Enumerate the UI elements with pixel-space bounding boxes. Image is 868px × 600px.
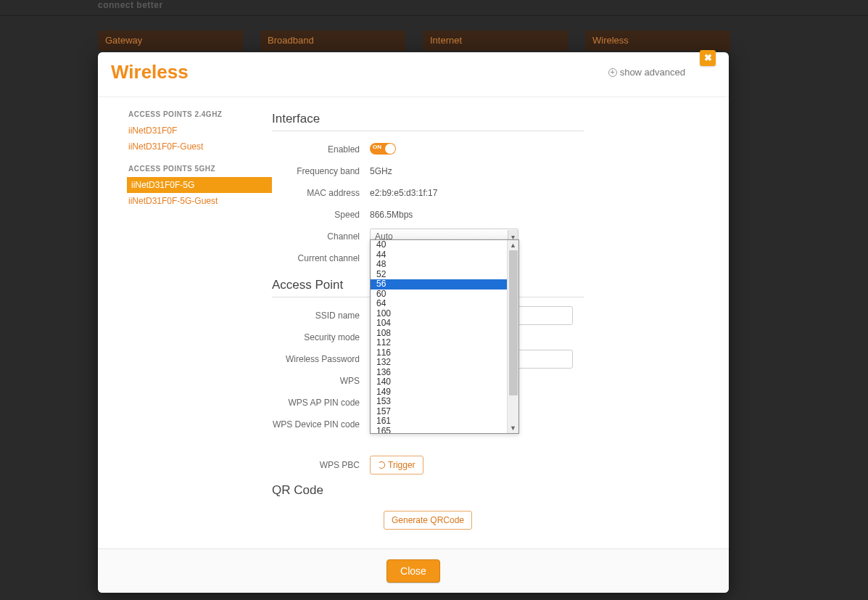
modal-backdrop: ✖ Wireless + show advanced ACCESS POINTS… bbox=[0, 0, 868, 600]
refresh-icon bbox=[378, 461, 385, 469]
modal-title: Wireless bbox=[111, 61, 189, 83]
label-wps-pbc: WPS PBC bbox=[272, 460, 370, 470]
channel-option-165[interactable]: 165 bbox=[371, 427, 507, 434]
channel-option-52[interactable]: 52 bbox=[371, 270, 507, 280]
channel-dropdown: 4044485256606410010410811211613213614014… bbox=[370, 239, 519, 434]
label-wps: WPS bbox=[272, 376, 370, 386]
plus-icon: + bbox=[608, 68, 617, 77]
channel-option-112[interactable]: 112 bbox=[371, 338, 507, 348]
label-enabled: Enabled bbox=[272, 144, 370, 155]
sidebar: ACCESS POINTS 2.4GHZ iiNetD31F0F iiNetD3… bbox=[98, 97, 272, 548]
scroll-up-icon: ▲ bbox=[508, 240, 518, 250]
label-frequency: Frequency band bbox=[272, 166, 370, 176]
section-qr-title: QR Code bbox=[272, 483, 584, 502]
channel-option-56[interactable]: 56 bbox=[371, 279, 507, 289]
channel-option-136[interactable]: 136 bbox=[371, 368, 507, 378]
toggle-on-label: ON bbox=[373, 144, 381, 150]
scroll-down-icon: ▼ bbox=[508, 423, 518, 433]
sidebar-group-24ghz: ACCESS POINTS 2.4GHZ iiNetD31F0F iiNetD3… bbox=[128, 110, 272, 155]
page-root: connect better Gateway Broadband Interne… bbox=[0, 0, 868, 600]
channel-option-100[interactable]: 100 bbox=[371, 309, 507, 319]
show-advanced-toggle[interactable]: + show advanced bbox=[608, 67, 714, 78]
sidebar-item-iinetd31f0f-5g-guest[interactable]: iiNetD31F0F-5G-Guest bbox=[127, 193, 272, 209]
content-area: Interface Enabled ON Frequency band 5GHz bbox=[272, 97, 729, 548]
channel-option-104[interactable]: 104 bbox=[371, 319, 507, 329]
channel-option-116[interactable]: 116 bbox=[371, 348, 507, 358]
label-ssid: SSID name bbox=[272, 311, 370, 321]
scrollbar-thumb[interactable] bbox=[509, 250, 518, 395]
label-wps-ap-pin: WPS AP PIN code bbox=[272, 398, 370, 408]
dropdown-scrollbar[interactable]: ▲ ▼ bbox=[507, 240, 518, 433]
channel-option-60[interactable]: 60 bbox=[371, 289, 507, 300]
sidebar-item-iinetd31f0f-guest[interactable]: iiNetD31F0F-Guest bbox=[127, 139, 272, 155]
label-security: Security mode bbox=[272, 332, 370, 342]
show-advanced-label: show advanced bbox=[620, 67, 685, 78]
channel-option-149[interactable]: 149 bbox=[371, 387, 507, 398]
channel-option-40[interactable]: 40 bbox=[371, 240, 507, 250]
channel-option-157[interactable]: 157 bbox=[371, 407, 507, 417]
value-mac: e2:b9:e5:d3:1f:17 bbox=[370, 188, 693, 198]
channel-option-108[interactable]: 108 bbox=[371, 329, 507, 339]
label-wps-device-pin: WPS Device PIN code bbox=[272, 419, 370, 430]
value-speed: 866.5Mbps bbox=[370, 210, 693, 220]
label-current-channel: Current channel bbox=[272, 253, 370, 263]
enabled-toggle[interactable]: ON bbox=[370, 143, 396, 155]
sidebar-group-title-24ghz: ACCESS POINTS 2.4GHZ bbox=[128, 110, 272, 118]
label-password: Wireless Password bbox=[272, 354, 370, 364]
label-mac: MAC address bbox=[272, 188, 370, 198]
modal-footer: Close bbox=[98, 548, 729, 593]
sidebar-group-title-5ghz: ACCESS POINTS 5GHZ bbox=[128, 165, 272, 173]
label-channel: Channel bbox=[272, 231, 370, 242]
channel-option-44[interactable]: 44 bbox=[371, 250, 507, 260]
trigger-button[interactable]: Trigger bbox=[370, 456, 423, 474]
channel-option-64[interactable]: 64 bbox=[371, 299, 507, 309]
channel-option-48[interactable]: 48 bbox=[371, 260, 507, 270]
channel-option-161[interactable]: 161 bbox=[371, 416, 507, 427]
channel-option-132[interactable]: 132 bbox=[371, 358, 507, 368]
value-frequency: 5GHz bbox=[370, 166, 693, 176]
modal-close-button[interactable]: ✖ bbox=[700, 50, 716, 66]
sidebar-item-iinetd31f0f[interactable]: iiNetD31F0F bbox=[127, 123, 272, 139]
modal-header: Wireless + show advanced bbox=[98, 52, 729, 97]
generate-qrcode-button[interactable]: Generate QRCode bbox=[384, 511, 472, 530]
sidebar-item-iinetd31f0f-5g[interactable]: iiNetD31F0F-5G bbox=[127, 177, 272, 193]
close-icon: ✖ bbox=[704, 52, 712, 63]
generate-qrcode-label: Generate QRCode bbox=[392, 515, 464, 525]
trigger-label: Trigger bbox=[388, 460, 416, 470]
channel-option-153[interactable]: 153 bbox=[371, 397, 507, 407]
modal-body: ACCESS POINTS 2.4GHZ iiNetD31F0F iiNetD3… bbox=[98, 97, 729, 548]
sidebar-group-5ghz: ACCESS POINTS 5GHZ iiNetD31F0F-5G iiNetD… bbox=[128, 165, 272, 209]
label-speed: Speed bbox=[272, 210, 370, 220]
channel-option-140[interactable]: 140 bbox=[371, 377, 507, 387]
section-interface-title: Interface bbox=[272, 112, 584, 131]
close-button[interactable]: Close bbox=[387, 559, 440, 583]
wireless-modal: ✖ Wireless + show advanced ACCESS POINTS… bbox=[98, 52, 729, 593]
channel-dropdown-list: 4044485256606410010410811211613213614014… bbox=[371, 240, 507, 433]
